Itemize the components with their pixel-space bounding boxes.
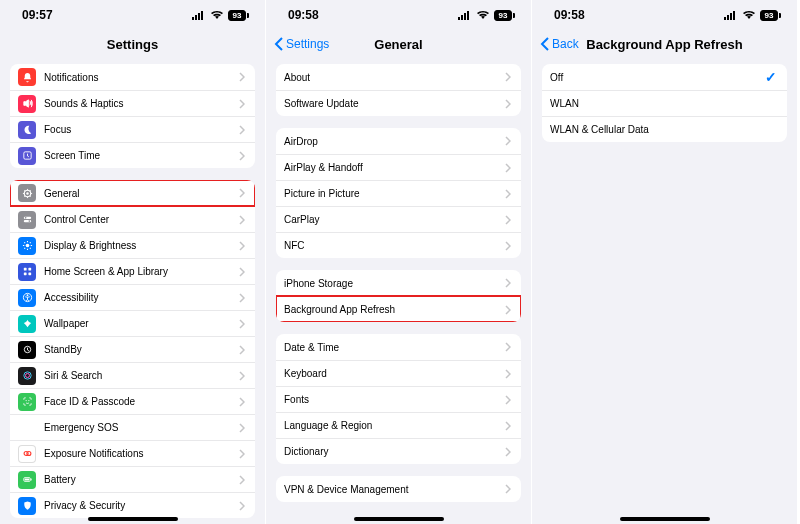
general-scroll[interactable]: About Software Update AirDrop AirPlay & …	[266, 58, 531, 524]
svg-rect-0	[192, 17, 194, 20]
row-carplay[interactable]: CarPlay	[276, 206, 521, 232]
row-label: Privacy & Security	[44, 500, 239, 511]
row-label: Notifications	[44, 72, 239, 83]
svg-rect-26	[30, 479, 31, 481]
row-homescreen[interactable]: Home Screen & App Library	[10, 258, 255, 284]
row-label: About	[284, 72, 505, 83]
chevron-right-icon	[505, 72, 511, 82]
row-about[interactable]: About	[276, 64, 521, 90]
svg-rect-30	[464, 13, 466, 20]
chevron-right-icon	[239, 293, 245, 303]
row-standby[interactable]: StandBy	[10, 336, 255, 362]
row-battery[interactable]: Battery	[10, 466, 255, 492]
refresh-options: Off ✓ WLAN WLAN & Cellular Data	[542, 64, 787, 142]
row-language[interactable]: Language & Region	[276, 412, 521, 438]
svg-rect-34	[730, 13, 732, 20]
row-sos[interactable]: SOS Emergency SOS	[10, 414, 255, 440]
row-software-update[interactable]: Software Update	[276, 90, 521, 116]
general-group-3: iPhone Storage Background App Refresh	[276, 270, 521, 322]
status-time: 09:57	[22, 8, 53, 22]
row-label: Date & Time	[284, 342, 505, 353]
row-accessibility[interactable]: Accessibility	[10, 284, 255, 310]
row-wallpaper[interactable]: Wallpaper	[10, 310, 255, 336]
svg-rect-3	[201, 11, 203, 20]
chevron-right-icon	[239, 475, 245, 485]
row-keyboard[interactable]: Keyboard	[276, 360, 521, 386]
sounds-icon	[18, 95, 36, 113]
row-airdrop[interactable]: AirDrop	[276, 128, 521, 154]
chevron-right-icon	[505, 136, 511, 146]
display-icon	[18, 237, 36, 255]
checkmark-icon: ✓	[765, 69, 777, 85]
row-label: WLAN & Cellular Data	[550, 124, 777, 135]
row-airplay[interactable]: AirPlay & Handoff	[276, 154, 521, 180]
general-group-5: VPN & Device Management	[276, 476, 521, 502]
homescreen-icon	[18, 263, 36, 281]
row-datetime[interactable]: Date & Time	[276, 334, 521, 360]
home-indicator[interactable]	[354, 517, 444, 521]
row-pip[interactable]: Picture in Picture	[276, 180, 521, 206]
row-dictionary[interactable]: Dictionary	[276, 438, 521, 464]
row-notifications[interactable]: Notifications	[10, 64, 255, 90]
row-label: Focus	[44, 124, 239, 135]
svg-point-10	[28, 220, 30, 222]
chevron-right-icon	[239, 423, 245, 433]
controlcenter-icon	[18, 211, 36, 229]
row-sounds[interactable]: Sounds & Haptics	[10, 90, 255, 116]
row-label: Wallpaper	[44, 318, 239, 329]
svg-point-17	[26, 294, 28, 296]
back-button[interactable]: Settings	[274, 37, 329, 51]
chevron-right-icon	[239, 397, 245, 407]
exposure-icon	[18, 445, 36, 463]
option-wlan[interactable]: WLAN	[542, 90, 787, 116]
status-right: 93	[192, 10, 249, 21]
wallpaper-icon	[18, 315, 36, 333]
svg-point-20	[25, 373, 29, 377]
chevron-right-icon	[239, 267, 245, 277]
row-general[interactable]: General	[10, 180, 255, 206]
row-label: Face ID & Passcode	[44, 396, 239, 407]
row-label: Background App Refresh	[284, 304, 505, 315]
row-siri[interactable]: Siri & Search	[10, 362, 255, 388]
home-indicator[interactable]	[620, 517, 710, 521]
row-label: Display & Brightness	[44, 240, 239, 251]
row-fonts[interactable]: Fonts	[276, 386, 521, 412]
chevron-right-icon	[505, 447, 511, 457]
option-wlan-cellular[interactable]: WLAN & Cellular Data	[542, 116, 787, 142]
row-storage[interactable]: iPhone Storage	[276, 270, 521, 296]
row-privacy[interactable]: Privacy & Security	[10, 492, 255, 518]
chevron-right-icon	[239, 151, 245, 161]
row-background-refresh[interactable]: Background App Refresh	[276, 296, 521, 322]
row-screentime[interactable]: Screen Time	[10, 142, 255, 168]
row-label: VPN & Device Management	[284, 484, 505, 495]
svg-rect-32	[724, 17, 726, 20]
row-faceid[interactable]: Face ID & Passcode	[10, 388, 255, 414]
row-nfc[interactable]: NFC	[276, 232, 521, 258]
row-exposure[interactable]: Exposure Notifications	[10, 440, 255, 466]
status-bar: 09:58 93	[532, 0, 797, 30]
row-focus[interactable]: Focus	[10, 116, 255, 142]
svg-rect-29	[461, 15, 463, 20]
refresh-scroll[interactable]: Off ✓ WLAN WLAN & Cellular Data	[532, 58, 797, 524]
back-button[interactable]: Back	[540, 37, 579, 51]
screen-settings: 09:57 93 Settings Notifications Sounds &…	[0, 0, 266, 524]
row-vpn[interactable]: VPN & Device Management	[276, 476, 521, 502]
chevron-left-icon	[274, 37, 284, 51]
chevron-right-icon	[505, 215, 511, 225]
row-controlcenter[interactable]: Control Center	[10, 206, 255, 232]
svg-rect-28	[458, 17, 460, 20]
row-label: WLAN	[550, 98, 777, 109]
svg-rect-1	[195, 15, 197, 20]
row-display[interactable]: Display & Brightness	[10, 232, 255, 258]
cellular-icon	[458, 10, 472, 20]
option-off[interactable]: Off ✓	[542, 64, 787, 90]
chevron-right-icon	[505, 369, 511, 379]
chevron-right-icon	[239, 188, 245, 198]
settings-scroll[interactable]: Notifications Sounds & Haptics Focus Scr…	[0, 58, 265, 524]
row-label: Emergency SOS	[44, 422, 239, 433]
screen-bg-refresh: 09:58 93 Back Background App Refresh Off…	[532, 0, 798, 524]
screentime-icon	[18, 147, 36, 165]
row-label: Fonts	[284, 394, 505, 405]
home-indicator[interactable]	[88, 517, 178, 521]
general-icon	[18, 184, 36, 202]
